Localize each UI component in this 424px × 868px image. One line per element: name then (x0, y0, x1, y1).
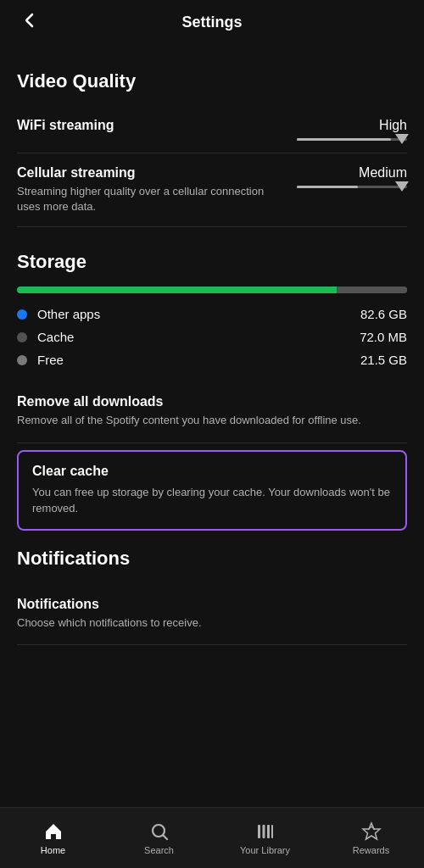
clear-cache-title: Clear cache (32, 464, 392, 479)
nav-label-home: Home (41, 845, 65, 855)
wifi-streaming-value-group: High (297, 118, 407, 141)
cellular-streaming-label-group: Cellular streaming Streaming higher qual… (17, 165, 297, 214)
cellular-streaming-row[interactable]: Cellular streaming Streaming higher qual… (17, 153, 407, 227)
svg-rect-1 (258, 825, 260, 838)
remove-downloads-row[interactable]: Remove all downloads Remove all of the S… (17, 381, 407, 442)
remove-downloads-desc: Remove all of the Spotify content you ha… (17, 413, 407, 428)
cellular-streaming-sublabel: Streaming higher quality over a cellular… (17, 184, 283, 214)
library-icon (255, 821, 276, 842)
legend-value-cache: 72.0 MB (360, 330, 407, 344)
home-icon (43, 821, 64, 842)
nav-label-rewards: Rewards (353, 845, 389, 855)
cellular-slider-fill (297, 186, 358, 188)
legend-value-other-apps: 82.6 GB (360, 307, 407, 321)
storage-bar (17, 287, 407, 293)
legend-label-other-apps: Other apps (37, 307, 360, 321)
wifi-streaming-label: WiFi streaming (17, 118, 283, 133)
cellular-streaming-slider[interactable] (297, 186, 407, 188)
clear-cache-desc: You can free up storage by clearing your… (32, 484, 392, 517)
svg-marker-5 (363, 823, 380, 839)
nav-label-search: Search (144, 845, 174, 855)
legend-cache: Cache 72.0 MB (17, 330, 407, 344)
storage-bar-free (337, 287, 407, 293)
cellular-streaming-value-group: Medium (297, 165, 407, 188)
svg-rect-4 (271, 825, 273, 838)
svg-rect-3 (267, 825, 270, 838)
legend-dot-cache (17, 332, 27, 342)
cellular-slider-thumb (395, 181, 409, 192)
nav-label-library: Your Library (240, 845, 290, 855)
search-icon (149, 821, 170, 842)
settings-header: Settings (0, 0, 424, 45)
nav-item-search[interactable]: Search (106, 821, 212, 855)
remove-downloads-title: Remove all downloads (17, 394, 407, 409)
notifications-sublabel: Choose which notifications to receive. (17, 615, 407, 631)
legend-other-apps: Other apps 82.6 GB (17, 307, 407, 321)
legend-label-cache: Cache (37, 330, 360, 344)
storage-legend: Other apps 82.6 GB Cache 72.0 MB Free 21… (17, 307, 407, 367)
legend-value-free: 21.5 GB (360, 353, 407, 367)
wifi-streaming-label-group: WiFi streaming (17, 118, 297, 133)
svg-rect-2 (262, 825, 265, 838)
notifications-label: Notifications (17, 597, 407, 612)
wifi-streaming-value: High (379, 118, 407, 133)
nav-item-rewards[interactable]: Rewards (318, 821, 424, 855)
nav-item-home[interactable]: Home (0, 821, 106, 855)
nav-item-library[interactable]: Your Library (212, 821, 318, 855)
legend-dot-other-apps (17, 309, 27, 320)
legend-label-free: Free (37, 353, 360, 367)
storage-section-title: Storage (17, 251, 407, 273)
wifi-slider-thumb (395, 134, 409, 144)
notifications-row[interactable]: Notifications Choose which notifications… (17, 583, 407, 645)
legend-free: Free 21.5 GB (17, 353, 407, 367)
wifi-streaming-slider[interactable] (297, 138, 407, 141)
notifications-section-title: Notifications (17, 548, 407, 570)
rewards-icon (361, 821, 382, 842)
page-title: Settings (181, 14, 242, 31)
cellular-streaming-label: Cellular streaming (17, 165, 283, 181)
legend-dot-free (17, 355, 27, 365)
settings-content: Video Quality WiFi streaming High Cellul… (0, 45, 424, 713)
wifi-slider-fill (297, 138, 391, 141)
back-button[interactable] (17, 8, 42, 37)
video-quality-section-title: Video Quality (17, 70, 407, 92)
clear-cache-box[interactable]: Clear cache You can free up storage by c… (17, 450, 407, 531)
bottom-nav: Home Search Your Library Rewards (0, 807, 424, 868)
wifi-streaming-row[interactable]: WiFi streaming High (17, 106, 407, 153)
storage-bar-used (17, 287, 337, 293)
cellular-streaming-value: Medium (359, 165, 407, 181)
